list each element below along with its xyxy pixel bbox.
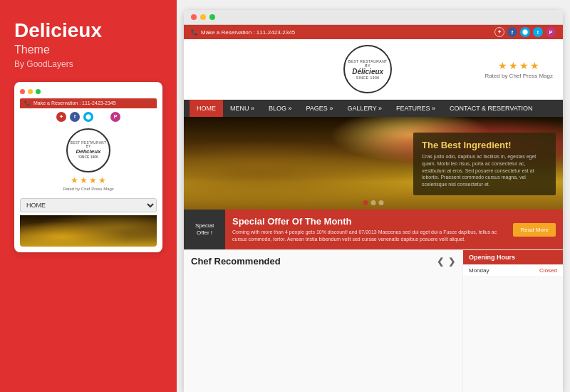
opening-hours-row: Monday Closed	[463, 264, 563, 277]
site-topbar: 📞 Make a Reservation : 111-2423-2345 ✦ f…	[184, 25, 563, 39]
social-pinterest-icon[interactable]: P	[110, 112, 120, 122]
special-offer-badge-line2: Offer !	[197, 229, 212, 237]
site-logo-name: Délicieux	[352, 68, 383, 76]
special-offer-badge: Special Offer !	[184, 210, 225, 249]
theme-by: By GoodLayers	[14, 59, 162, 69]
special-offer-section: Special Offer ! Special Offer Of The Mon…	[184, 210, 563, 249]
bottom-section: Chef Recommended ❮ ❯ Opening Hours Monda…	[184, 249, 563, 392]
device-dots	[20, 89, 157, 94]
site-star-3: ★	[519, 60, 529, 71]
site-phone-text: Make a Reservation : 111-2423-2345	[201, 29, 295, 36]
star-1: ★	[71, 175, 78, 185]
hero-dot-2[interactable]	[371, 200, 376, 205]
site-social-twitter-icon[interactable]: t	[533, 27, 543, 37]
device-logo-arc-top: BEST RESTAURANT BY	[68, 141, 109, 148]
special-offer-title: Special Offer Of The Month	[232, 216, 506, 227]
device-phone-text: Make a Reservation : 111-2423-2345	[33, 100, 116, 105]
site-topbar-right: ✦ f ⬤ t P	[494, 27, 556, 37]
hero-dot-3[interactable]	[379, 200, 384, 205]
site-social-facebook-icon[interactable]: f	[507, 27, 517, 37]
special-offer-content: Special Offer Of The Month Coming with m…	[225, 210, 513, 249]
site-social-pinterest-icon[interactable]: P	[546, 27, 556, 37]
dot-red	[20, 89, 25, 94]
bottom-left: Chef Recommended ❮ ❯	[184, 250, 463, 392]
device-mockup: 📞 Make a Reservation : 111-2423-2345 ✦ f…	[14, 82, 162, 252]
right-panel: 📞 Make a Reservation : 111-2423-2345 ✦ f…	[177, 0, 570, 392]
star-4: ★	[98, 175, 106, 185]
hero-title: The Best Ingredient!	[422, 140, 547, 150]
device-logo-since: SINCE 1906	[78, 155, 98, 159]
nav-item-contact[interactable]: CONTACT & RESERVATION	[442, 100, 540, 117]
browser-titlebar	[184, 10, 563, 25]
chef-recommended-title: Chef Recommended ❮ ❯	[191, 256, 455, 267]
device-rated: Rated by Chef Press Magz	[63, 187, 114, 191]
nav-item-pages[interactable]: PAGES »	[299, 100, 341, 117]
browser-dot-yellow	[200, 14, 206, 20]
device-food-image-bg	[20, 215, 157, 247]
site-star-1: ★	[498, 60, 507, 71]
site-star-2: ★	[509, 60, 518, 71]
hero-dots	[363, 200, 384, 205]
nav-item-blog[interactable]: BLOG »	[261, 100, 299, 117]
site-phone-icon: 📞	[191, 29, 198, 36]
dot-yellow	[28, 89, 33, 94]
browser-dot-green	[209, 14, 215, 20]
nav-item-gallery[interactable]: GALLERY »	[340, 100, 389, 117]
site-header: BEST RESTAURANT BY Délicieux SINCE 1906 …	[184, 39, 563, 100]
hero-text: Cras justo odio, dapibus ac facilisis in…	[422, 153, 547, 188]
hero-section: The Best Ingredient! Cras justo odio, da…	[184, 117, 563, 210]
device-topbar: 📞 Make a Reservation : 111-2423-2345	[20, 98, 157, 108]
browser-window: 📞 Make a Reservation : 111-2423-2345 ✦ f…	[184, 10, 563, 392]
star-3: ★	[89, 175, 97, 185]
left-panel: Delicieux Theme By GoodLayers 📞 Make a R…	[0, 0, 177, 392]
site-stars: ★ ★ ★ ★	[498, 60, 539, 71]
site-header-right: ★ ★ ★ ★ Rated by Chef Press Magz	[484, 60, 553, 79]
read-more-button[interactable]: Read More	[513, 223, 556, 237]
device-social-icons: ✦ f ⬤ t P	[20, 108, 157, 124]
nav-item-menu[interactable]: MENU »	[223, 100, 261, 117]
social-flickr-icon[interactable]: ⬤	[83, 112, 93, 122]
social-twitter-icon[interactable]: t	[97, 112, 107, 122]
device-food-image	[20, 215, 157, 247]
special-offer-text: Coming with more than 4 people gets 10% …	[232, 229, 506, 243]
dot-green	[36, 89, 41, 94]
device-logo-name: Délicieux	[76, 148, 100, 155]
theme-title: Delicieux	[14, 20, 162, 42]
opening-hours-header: Opening Hours	[463, 250, 563, 264]
site-star-4: ★	[530, 60, 539, 71]
hours-val-monday: Closed	[539, 267, 557, 274]
prev-control[interactable]: ❮	[437, 257, 444, 267]
hero-overlay: The Best Ingredient! Cras justo odio, da…	[413, 133, 556, 195]
star-2: ★	[80, 175, 88, 185]
nav-item-features[interactable]: FEATURES »	[389, 100, 442, 117]
next-control[interactable]: ❯	[448, 257, 455, 267]
phone-icon: 📞	[24, 100, 31, 106]
hours-day-monday: Monday	[469, 267, 489, 274]
browser-dot-red	[191, 14, 197, 20]
site-logo: BEST RESTAURANT BY Délicieux SINCE 1906	[343, 45, 392, 93]
hero-dot-1[interactable]	[363, 200, 368, 205]
device-nav-select[interactable]: HOME	[20, 198, 157, 212]
device-logo-area: BEST RESTAURANT BY Délicieux SINCE 1906 …	[20, 124, 157, 194]
site-logo-arc-top: BEST RESTAURANT BY	[345, 59, 390, 68]
bottom-right: Opening Hours Monday Closed	[463, 250, 563, 392]
theme-subtitle: Theme	[14, 43, 162, 56]
device-logo: BEST RESTAURANT BY Délicieux SINCE 1906	[66, 128, 110, 172]
site-nav: HOME MENU » BLOG » PAGES » GALLERY » FEA…	[184, 100, 563, 117]
site-social-rss-icon[interactable]: ✦	[494, 27, 504, 37]
section-controls: ❮ ❯	[437, 257, 455, 267]
social-facebook-icon[interactable]: f	[70, 112, 80, 122]
special-offer-badge-line1: Special	[195, 222, 214, 229]
site-topbar-left: 📞 Make a Reservation : 111-2423-2345	[191, 29, 295, 36]
site-logo-since: SINCE 1906	[356, 76, 380, 80]
device-stars: ★ ★ ★ ★	[71, 175, 106, 185]
social-rss-icon[interactable]: ✦	[56, 112, 66, 122]
nav-item-home[interactable]: HOME	[190, 100, 223, 117]
site-rated-by: Rated by Chef Press Magz	[484, 73, 553, 79]
site-social-flickr-icon[interactable]: ⬤	[520, 27, 530, 37]
